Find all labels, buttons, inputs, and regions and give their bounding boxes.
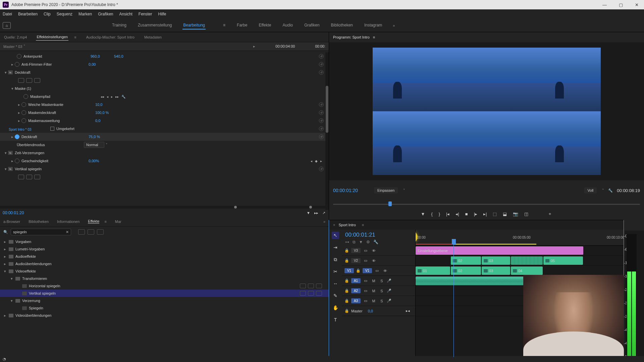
toggle-output-icon[interactable]: ▭ [363,299,369,303]
lock-icon[interactable]: 🔒 [344,289,349,293]
kf-play-icon[interactable]: ▸ [111,95,113,99]
tab-menu-icon[interactable]: ≡ [73,34,77,41]
kf-prev1-icon[interactable]: ◂ [107,95,108,99]
menu-hilfe[interactable]: Hilfe [158,12,166,16]
track-v3[interactable]: V3 [351,248,361,253]
reset-icon[interactable]: ↺ [319,110,324,115]
track-select-tool-icon[interactable]: ⇥ [332,244,339,251]
tab-effekteinstellungen[interactable]: Effekteinstellungen [36,34,68,41]
toggle-output-icon[interactable]: ▭ [363,289,369,293]
ec-play-icon[interactable]: ▸ [253,44,255,49]
effects-search-input[interactable] [11,229,71,235]
tab-effekte[interactable]: Effekte [88,219,99,224]
tree-item[interactable]: ▸Videoüberblendungen [0,312,329,319]
mark-in-icon[interactable]: { [431,212,432,217]
tab-informationen[interactable]: Informationen [57,220,79,224]
twirl-icon[interactable]: ▾ [4,269,9,274]
tab-mar[interactable]: Mar [115,220,121,224]
twirl-icon[interactable]: ▾ [11,277,15,281]
minimize-button[interactable]: — [600,2,609,8]
ec-vscroll[interactable] [325,52,329,210]
tree-item[interactable]: ▾Videoeffekte [0,267,329,275]
lock-icon[interactable]: 🔒 [344,258,349,263]
reset-icon[interactable]: ↺ [319,134,324,139]
lane-v1[interactable]: 01 02 03 04 [416,266,624,276]
step-icon[interactable]: ▸▸ [314,211,318,215]
ws-effekte[interactable]: Effekte [258,21,272,29]
ws-menu-icon[interactable]: ≡ [222,21,226,29]
mute-toggle[interactable]: M [371,299,377,303]
reset-icon[interactable]: ↺ [319,118,324,123]
timeline-tc[interactable]: 00:00:01:21 [345,232,412,238]
kf-next-icon[interactable]: ▸▸ [115,95,119,99]
settings-icon[interactable]: ⚙ [366,240,370,244]
tab-menu-icon[interactable]: ≡ [362,223,364,227]
type-tool-icon[interactable]: T [332,316,339,323]
ws-farbe[interactable]: Farbe [236,21,248,29]
tree-item[interactable]: ▸Audioüberblendungen [0,260,329,267]
tree-item[interactable]: Spiegeln [0,304,329,312]
mic-icon[interactable]: 🎤 [387,299,391,303]
master-value[interactable]: 0,0 [368,309,373,313]
quality-select[interactable]: Voll [584,187,597,193]
tab-audioclip-mischer[interactable]: Audioclip-Mischer: Sport Intro [86,34,135,41]
chevron-down-icon[interactable]: ˅ [602,188,604,193]
menu-ansicht[interactable]: Ansicht [119,12,132,16]
extract-icon[interactable]: ⬓ [503,212,507,217]
tab-metadaten[interactable]: Metadaten [144,34,162,41]
track-v1[interactable]: V1 [363,268,372,273]
ws-audio[interactable]: Audio [282,21,294,29]
ripple-tool-icon[interactable]: ⧉ [332,256,339,263]
blendmode-select[interactable]: Normal [84,142,104,148]
reset-icon[interactable]: ↺ [319,62,324,67]
wrench-icon[interactable]: 🔧 [121,95,125,99]
reset-icon[interactable]: ↺ [319,70,324,75]
wrench-icon[interactable]: 🔧 [608,188,613,193]
lane-v3[interactable]: Einstellungsebene [416,246,624,256]
comp-view-icon[interactable]: ◫ [524,212,528,217]
playhead[interactable] [388,201,392,206]
program-tc[interactable]: 00:00:01:20 [333,188,370,193]
toggle-eye-icon[interactable]: 👁 [371,259,377,263]
stop-icon[interactable]: ■ [465,212,468,217]
tab-bibliotheken[interactable]: Bibliotheken [29,220,49,224]
maximize-button[interactable]: ▢ [616,2,626,8]
kf-prev-icon[interactable]: ◂ [311,159,312,163]
checkbox-umgekehrt[interactable] [50,127,54,131]
tree-item[interactable]: ▸Vorgaben [0,238,329,245]
ec-current-tc[interactable]: 00:00:01:20 [3,210,24,215]
twirl-icon[interactable]: ▸ [4,262,9,266]
button-editor-icon[interactable]: ＋ [548,211,552,217]
lock-icon[interactable]: 🔒 [344,248,349,253]
ec-hscroll[interactable] [0,206,325,208]
menu-marken[interactable]: Marken [78,12,92,16]
ws-bibliotheken[interactable]: Bibliotheken [330,21,354,29]
program-scrubber[interactable] [333,200,640,208]
reset-icon[interactable]: ↺ [319,126,324,131]
ws-training[interactable]: Training [111,21,127,29]
marker-icon[interactable]: ▼ [359,240,363,244]
program-monitor[interactable] [329,42,644,180]
ws-grafiken[interactable]: Grafiken [304,21,320,29]
lift-icon[interactable]: ⬚ [493,212,497,217]
reset-icon[interactable]: ↺ [319,54,324,59]
tab-menu-icon[interactable]: ≡ [373,35,375,39]
toggle-eye-icon[interactable]: 👁 [371,249,377,253]
filter-icon[interactable]: ▼ [307,211,310,215]
preset-icon-1[interactable] [78,229,85,235]
razor-tool-icon[interactable]: ✂ [332,268,339,275]
kf-prev-icon[interactable]: ◂◂ [101,95,104,99]
twirl-icon[interactable]: ▾ [11,299,15,303]
kf-next-icon[interactable]: ▸ [320,159,322,163]
snap-icon[interactable]: ⊶ [345,240,349,244]
lock-icon[interactable]: 🔒 [356,268,361,273]
track-a3[interactable]: A3 [351,298,361,303]
linked-sel-icon[interactable]: ⧉ [353,240,356,244]
tree-item[interactable]: ▾Transformieren [0,275,329,282]
solo-toggle[interactable]: S [379,289,385,293]
sequence-name[interactable]: Sport Intro [338,223,356,227]
mic-icon[interactable]: 🎤 [387,279,391,283]
add-marker-icon[interactable]: ▼ [421,212,425,217]
twirl-icon[interactable]: ▸ [4,313,9,318]
lock-icon[interactable]: 🔒 [344,309,349,313]
